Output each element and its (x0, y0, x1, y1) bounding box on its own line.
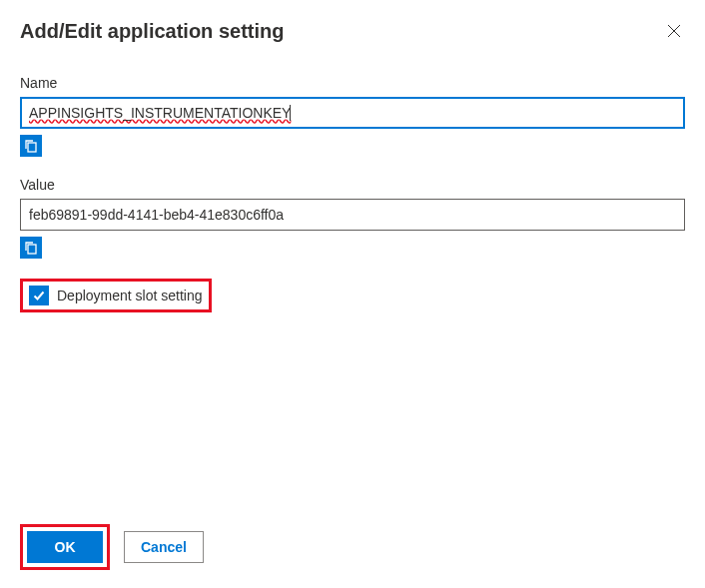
close-button[interactable] (663, 20, 685, 45)
value-input[interactable] (20, 199, 685, 231)
value-label: Value (20, 177, 685, 193)
dialog-footer: OK Cancel (20, 524, 204, 570)
deployment-slot-label: Deployment slot setting (57, 288, 203, 303)
deployment-slot-checkbox[interactable] (29, 286, 49, 305)
value-field-group: Value (20, 177, 685, 259)
cancel-button[interactable]: Cancel (124, 531, 204, 563)
svg-rect-3 (28, 245, 36, 254)
text-cursor (290, 105, 291, 121)
ok-button[interactable]: OK (27, 531, 103, 563)
copy-name-button[interactable] (20, 135, 42, 157)
name-input[interactable]: APPINSIGHTS_INSTRUMENTATIONKEY (20, 97, 685, 129)
dialog-header: Add/Edit application setting (20, 20, 685, 45)
dialog-title: Add/Edit application setting (20, 20, 284, 43)
copy-value-button[interactable] (20, 237, 42, 259)
name-label: Name (20, 75, 685, 91)
copy-icon (24, 241, 38, 255)
close-icon (667, 24, 681, 38)
name-field-group: Name APPINSIGHTS_INSTRUMENTATIONKEY (20, 75, 685, 157)
copy-icon (24, 139, 38, 153)
ok-button-highlight: OK (20, 524, 110, 570)
svg-rect-2 (28, 143, 36, 152)
deployment-slot-checkbox-row: Deployment slot setting (20, 279, 212, 312)
checkmark-icon (32, 289, 46, 302)
